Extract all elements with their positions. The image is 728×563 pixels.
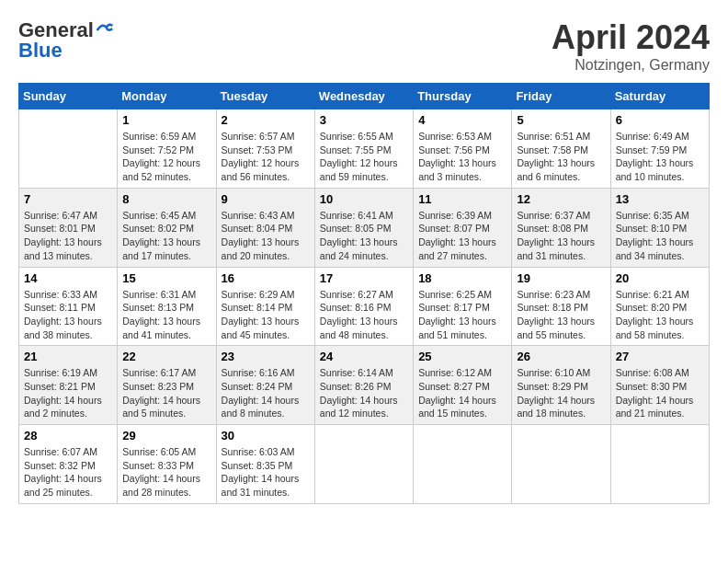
day-info: Sunrise: 6:33 AMSunset: 8:11 PMDaylight:…	[24, 288, 112, 342]
day-number: 12	[517, 192, 605, 206]
calendar-cell: 16Sunrise: 6:29 AMSunset: 8:14 PMDayligh…	[216, 267, 314, 346]
calendar-cell: 26Sunrise: 6:10 AMSunset: 8:29 PMDayligh…	[512, 346, 610, 425]
logo: General Blue	[18, 18, 114, 63]
day-header-thursday: Thursday	[414, 84, 512, 109]
day-number: 24	[320, 350, 408, 363]
day-info: Sunrise: 6:55 AMSunset: 7:55 PMDaylight:…	[320, 130, 408, 184]
day-info: Sunrise: 6:59 AMSunset: 7:52 PMDaylight:…	[122, 130, 210, 184]
calendar-header-row: SundayMondayTuesdayWednesdayThursdayFrid…	[19, 84, 710, 109]
day-number: 11	[418, 192, 506, 206]
calendar-cell: 13Sunrise: 6:35 AMSunset: 8:10 PMDayligh…	[610, 188, 709, 267]
day-info: Sunrise: 6:19 AMSunset: 8:21 PMDaylight:…	[24, 366, 112, 420]
day-info: Sunrise: 6:17 AMSunset: 8:23 PMDaylight:…	[122, 366, 210, 420]
day-number: 17	[320, 271, 408, 285]
day-number: 15	[122, 271, 210, 285]
logo-blue-text: Blue	[18, 39, 63, 63]
calendar-cell	[414, 425, 512, 504]
calendar-cell: 23Sunrise: 6:16 AMSunset: 8:24 PMDayligh…	[216, 346, 314, 425]
day-number: 19	[517, 271, 605, 285]
calendar-cell: 29Sunrise: 6:05 AMSunset: 8:33 PMDayligh…	[118, 425, 216, 504]
day-number: 22	[122, 350, 210, 363]
day-number: 8	[122, 192, 210, 206]
day-number: 13	[616, 192, 704, 206]
day-number: 4	[418, 113, 506, 127]
title-section: April 2024 Notzingen, Germany	[552, 18, 710, 74]
calendar-week-3: 14Sunrise: 6:33 AMSunset: 8:11 PMDayligh…	[19, 267, 710, 346]
calendar-cell: 20Sunrise: 6:21 AMSunset: 8:20 PMDayligh…	[610, 267, 709, 346]
day-info: Sunrise: 6:05 AMSunset: 8:33 PMDaylight:…	[122, 445, 210, 500]
day-header-monday: Monday	[118, 84, 216, 109]
day-header-saturday: Saturday	[610, 84, 709, 109]
day-info: Sunrise: 6:23 AMSunset: 8:18 PMDaylight:…	[517, 288, 605, 342]
calendar-cell: 4Sunrise: 6:53 AMSunset: 7:56 PMDaylight…	[414, 109, 512, 189]
day-info: Sunrise: 6:53 AMSunset: 7:56 PMDaylight:…	[418, 130, 506, 184]
day-info: Sunrise: 6:51 AMSunset: 7:58 PMDaylight:…	[517, 130, 605, 184]
calendar-cell	[512, 425, 610, 504]
calendar-cell: 6Sunrise: 6:49 AMSunset: 7:59 PMDaylight…	[610, 109, 709, 189]
day-info: Sunrise: 6:43 AMSunset: 8:04 PMDaylight:…	[222, 209, 310, 263]
day-info: Sunrise: 6:57 AMSunset: 7:53 PMDaylight:…	[222, 130, 310, 184]
calendar-cell: 19Sunrise: 6:23 AMSunset: 8:18 PMDayligh…	[512, 267, 610, 346]
day-number: 3	[320, 113, 408, 127]
day-header-tuesday: Tuesday	[216, 84, 314, 109]
calendar-cell: 21Sunrise: 6:19 AMSunset: 8:21 PMDayligh…	[19, 346, 118, 425]
calendar-cell: 3Sunrise: 6:55 AMSunset: 7:55 PMDaylight…	[314, 109, 413, 189]
day-info: Sunrise: 6:10 AMSunset: 8:29 PMDaylight:…	[517, 366, 605, 420]
calendar-cell	[19, 109, 118, 189]
calendar-cell: 8Sunrise: 6:45 AMSunset: 8:02 PMDaylight…	[118, 188, 216, 267]
day-header-sunday: Sunday	[19, 84, 118, 109]
day-number: 20	[616, 271, 704, 285]
calendar-cell: 24Sunrise: 6:14 AMSunset: 8:26 PMDayligh…	[314, 346, 413, 425]
day-info: Sunrise: 6:12 AMSunset: 8:27 PMDaylight:…	[418, 366, 506, 420]
day-number: 29	[122, 429, 210, 442]
calendar-week-1: 1Sunrise: 6:59 AMSunset: 7:52 PMDaylight…	[19, 109, 710, 189]
logo-icon	[96, 21, 114, 40]
day-info: Sunrise: 6:25 AMSunset: 8:17 PMDaylight:…	[418, 288, 506, 342]
day-number: 9	[222, 192, 310, 206]
calendar-cell: 14Sunrise: 6:33 AMSunset: 8:11 PMDayligh…	[19, 267, 118, 346]
calendar-cell: 28Sunrise: 6:07 AMSunset: 8:32 PMDayligh…	[19, 425, 118, 504]
calendar-table: SundayMondayTuesdayWednesdayThursdayFrid…	[18, 83, 710, 504]
day-info: Sunrise: 6:37 AMSunset: 8:08 PMDaylight:…	[517, 209, 605, 263]
day-number: 16	[222, 271, 310, 285]
day-info: Sunrise: 6:08 AMSunset: 8:30 PMDaylight:…	[616, 366, 704, 420]
day-number: 25	[418, 350, 506, 363]
calendar-cell: 25Sunrise: 6:12 AMSunset: 8:27 PMDayligh…	[414, 346, 512, 425]
day-number: 10	[320, 192, 408, 206]
day-info: Sunrise: 6:47 AMSunset: 8:01 PMDaylight:…	[24, 209, 112, 263]
day-info: Sunrise: 6:14 AMSunset: 8:26 PMDaylight:…	[320, 366, 408, 420]
calendar-cell: 2Sunrise: 6:57 AMSunset: 7:53 PMDaylight…	[216, 109, 314, 189]
calendar-cell: 27Sunrise: 6:08 AMSunset: 8:30 PMDayligh…	[610, 346, 709, 425]
calendar-cell: 10Sunrise: 6:41 AMSunset: 8:05 PMDayligh…	[314, 188, 413, 267]
day-info: Sunrise: 6:03 AMSunset: 8:35 PMDaylight:…	[222, 445, 310, 500]
day-info: Sunrise: 6:07 AMSunset: 8:32 PMDaylight:…	[24, 445, 112, 500]
day-number: 18	[418, 271, 506, 285]
calendar-week-4: 21Sunrise: 6:19 AMSunset: 8:21 PMDayligh…	[19, 346, 710, 425]
day-number: 28	[24, 429, 112, 442]
calendar-cell: 12Sunrise: 6:37 AMSunset: 8:08 PMDayligh…	[512, 188, 610, 267]
day-header-wednesday: Wednesday	[314, 84, 413, 109]
calendar-week-5: 28Sunrise: 6:07 AMSunset: 8:32 PMDayligh…	[19, 425, 710, 504]
day-number: 2	[222, 113, 310, 127]
calendar-cell: 22Sunrise: 6:17 AMSunset: 8:23 PMDayligh…	[118, 346, 216, 425]
day-info: Sunrise: 6:35 AMSunset: 8:10 PMDaylight:…	[616, 209, 704, 263]
day-number: 27	[616, 350, 704, 363]
day-info: Sunrise: 6:41 AMSunset: 8:05 PMDaylight:…	[320, 209, 408, 263]
calendar-cell: 17Sunrise: 6:27 AMSunset: 8:16 PMDayligh…	[314, 267, 413, 346]
calendar-cell	[610, 425, 709, 504]
month-title: April 2024	[552, 18, 710, 57]
calendar-cell: 30Sunrise: 6:03 AMSunset: 8:35 PMDayligh…	[216, 425, 314, 504]
calendar-cell: 5Sunrise: 6:51 AMSunset: 7:58 PMDaylight…	[512, 109, 610, 189]
calendar-week-2: 7Sunrise: 6:47 AMSunset: 8:01 PMDaylight…	[19, 188, 710, 267]
day-info: Sunrise: 6:45 AMSunset: 8:02 PMDaylight:…	[122, 209, 210, 263]
day-number: 21	[24, 350, 112, 363]
day-info: Sunrise: 6:31 AMSunset: 8:13 PMDaylight:…	[122, 288, 210, 342]
day-info: Sunrise: 6:16 AMSunset: 8:24 PMDaylight:…	[222, 366, 310, 420]
day-header-friday: Friday	[512, 84, 610, 109]
day-info: Sunrise: 6:21 AMSunset: 8:20 PMDaylight:…	[616, 288, 704, 342]
day-number: 6	[616, 113, 704, 127]
calendar-cell: 7Sunrise: 6:47 AMSunset: 8:01 PMDaylight…	[19, 188, 118, 267]
calendar-cell: 15Sunrise: 6:31 AMSunset: 8:13 PMDayligh…	[118, 267, 216, 346]
day-number: 1	[122, 113, 210, 127]
calendar-cell	[314, 425, 413, 504]
